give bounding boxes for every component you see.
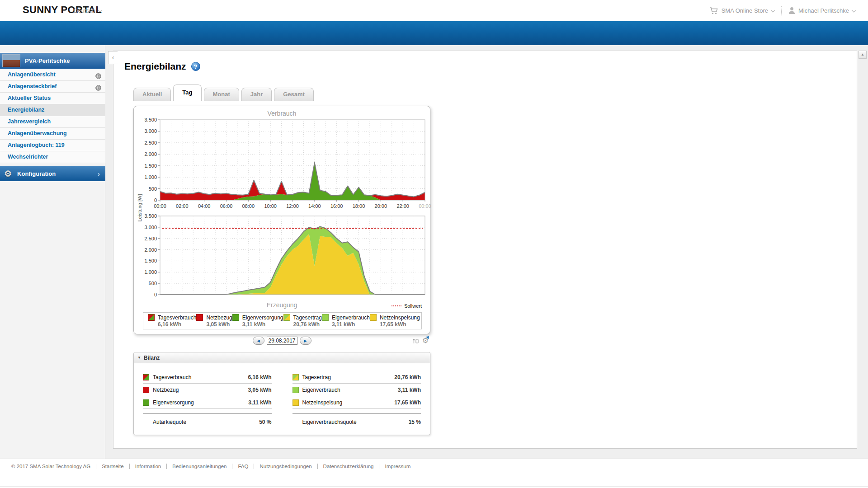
store-label: SMA Online Store (722, 7, 768, 14)
gear-icon: ⚙ (4, 169, 12, 178)
legend-label: Eigenverbrauch (332, 314, 370, 321)
help-icon[interactable]: ? (191, 62, 200, 71)
chart-title-erzeugung: Erzeugung (134, 301, 430, 309)
svg-text:2.000: 2.000 (144, 247, 157, 253)
table-row: Netzeinspeisung 17,65 kWh (292, 396, 421, 409)
table-row: Tagesverbrauch 6,16 kWh (143, 371, 272, 384)
next-day-button[interactable]: ▶ (300, 337, 311, 345)
svg-text:500: 500 (149, 281, 157, 286)
sidebar-item-label: Wechselrichter (8, 154, 48, 160)
row-swatch (292, 374, 299, 380)
svg-text:02:00: 02:00 (176, 203, 189, 209)
row-swatch (143, 399, 149, 406)
sollwert-dash-icon (392, 305, 401, 306)
footer-link-nutzungsbedingungen[interactable]: Nutzungsbedingungen (254, 464, 317, 469)
footer-link-impressum[interactable]: Impressum (379, 464, 416, 469)
sidebar-item-aktueller-status[interactable]: Aktueller Status (0, 93, 105, 104)
bilanz-left-column: Tagesverbrauch 6,16 kWh Netzbezug 3,05 k… (143, 371, 272, 430)
sidebar-item-anlagenlogbuch[interactable]: Anlagenlogbuch: 119 (0, 140, 105, 151)
sidebar-item-label: Aktueller Status (8, 95, 51, 101)
svg-text:1.500: 1.500 (144, 258, 157, 263)
legend-value: 20,76 kWh (293, 321, 322, 328)
plant-name: PVA-Perlitschke (25, 57, 70, 64)
user-menu[interactable]: Michael Perlitschke (788, 7, 855, 14)
title-row: Energiebilanz ? (124, 61, 200, 72)
sidebar-item-anlagenueberwachung[interactable]: Anlagenüberwachung (0, 128, 105, 140)
chevron-down-icon (852, 8, 856, 12)
sidebar-menu: Anlagenübersicht Anlagensteckbrief Aktue… (0, 69, 105, 163)
page-title: Energiebilanz (124, 61, 186, 72)
legend-value: 3,05 kWh (206, 321, 232, 328)
legend-swatch (322, 314, 329, 321)
footer-link-datenschutzerklaerung[interactable]: Datenschutzerklärung (317, 464, 379, 469)
sidebar-collapse-button[interactable]: ‹ (108, 51, 118, 64)
row-swatch (292, 387, 299, 393)
row-swatch (143, 387, 149, 393)
autarkiequote-row: Autarkiequote 50 % (143, 414, 272, 430)
svg-text:1.500: 1.500 (144, 163, 157, 169)
legend-value: 3,11 kWh (332, 321, 370, 328)
footer: © 2017 SMA Solar Technology AG Startseit… (0, 459, 868, 488)
svg-text:0: 0 (154, 197, 157, 203)
svg-text:00:00: 00:00 (154, 203, 166, 209)
user-name: Michael Perlitschke (798, 7, 849, 14)
footer-link-faq[interactable]: FAQ (232, 464, 254, 469)
erzeugung-chart: 05001.0001.5002.0002.5003.0003.500 (139, 212, 431, 300)
scroll-up-button[interactable]: ▲ (859, 51, 867, 59)
sidebar-item-konfiguration[interactable]: ⚙ Konfiguration › (0, 166, 105, 181)
legend-swatch (148, 314, 155, 321)
cart-icon (709, 7, 718, 14)
svg-text:3.000: 3.000 (144, 225, 157, 230)
konfiguration-label: Konfiguration (17, 170, 56, 177)
language-selector[interactable]: Deutsch (74, 7, 102, 14)
sollwert-label: Sollwert (404, 303, 422, 309)
table-row: Netzbezug 3,05 kWh (143, 384, 272, 396)
brand-bar (0, 21, 868, 45)
sidebar-item-wechselrichter[interactable]: Wechselrichter (0, 151, 105, 163)
sidebar-item-label: Anlagenübersicht (8, 71, 56, 78)
sidebar-item-energiebilanz[interactable]: Energiebilanz (0, 104, 105, 116)
divider (0, 486, 868, 487)
row-label: Tagesverbrauch (153, 374, 191, 380)
sidebar-item-jahresvergleich[interactable]: Jahresvergleich (0, 116, 105, 128)
legend-label: Netzeinspeisung (380, 314, 420, 321)
date-input[interactable] (267, 337, 297, 345)
sidebar-item-anlagenuebersicht[interactable]: Anlagenübersicht (0, 69, 105, 81)
svg-text:3.500: 3.500 (144, 117, 157, 122)
svg-text:18:00: 18:00 (353, 203, 365, 209)
sma-online-store-link[interactable]: SMA Online Store (709, 7, 774, 14)
sidebar: PVA-Perlitschke Anlagenübersicht Anlagen… (0, 45, 105, 459)
tab-jahr[interactable]: Jahr (241, 88, 272, 101)
bilanz-header[interactable]: ▼ Bilanz (134, 352, 430, 363)
tab-monat[interactable]: Monat (204, 88, 239, 101)
sidebar-item-anlagensteckbrief[interactable]: Anlagensteckbrief (0, 81, 105, 93)
bilanz-right-column: Tagesertrag 20,76 kWh Eigenverbrauch 3,1… (292, 371, 421, 430)
chevron-down-icon (98, 8, 102, 12)
row-value: 20,76 kWh (394, 374, 421, 380)
collapse-caret-icon: ▼ (137, 356, 141, 360)
svg-text:00:00: 00:00 (419, 203, 431, 209)
divider (781, 6, 782, 15)
footer-link-information[interactable]: Information (129, 464, 167, 469)
plant-header[interactable]: PVA-Perlitschke (0, 53, 105, 69)
footer-link-startseite[interactable]: Startseite (96, 464, 129, 469)
svg-text:3.000: 3.000 (144, 128, 157, 134)
tab-aktuell[interactable]: Aktuell (133, 88, 171, 101)
table-row: Tagesertrag 20,76 kWh (292, 371, 421, 384)
previous-day-button[interactable]: ◀ (253, 337, 264, 345)
sollwert-legend: Sollwert (392, 303, 422, 309)
legend-item: Netzbezug 3,05 kWh (196, 314, 232, 328)
bilanz-title: Bilanz (144, 355, 160, 361)
svg-text:1.000: 1.000 (144, 269, 157, 275)
footer-link-bedienungsanleitungen[interactable]: Bedienungsanleitungen (166, 464, 232, 469)
tab-gesamt[interactable]: Gesamt (274, 88, 314, 101)
chart-legend: Tagesverbrauch 6,16 kWh Netzbezug 3,05 k… (143, 312, 422, 329)
row-swatch (292, 399, 299, 406)
export-icon[interactable] (412, 338, 419, 344)
tab-tag[interactable]: Tag (173, 84, 201, 101)
language-label: Deutsch (74, 7, 95, 14)
user-icon (788, 7, 795, 14)
legend-swatch (196, 314, 203, 321)
settings-gear-icon[interactable]: ⚙ (422, 337, 429, 344)
svg-text:1.000: 1.000 (144, 174, 157, 180)
